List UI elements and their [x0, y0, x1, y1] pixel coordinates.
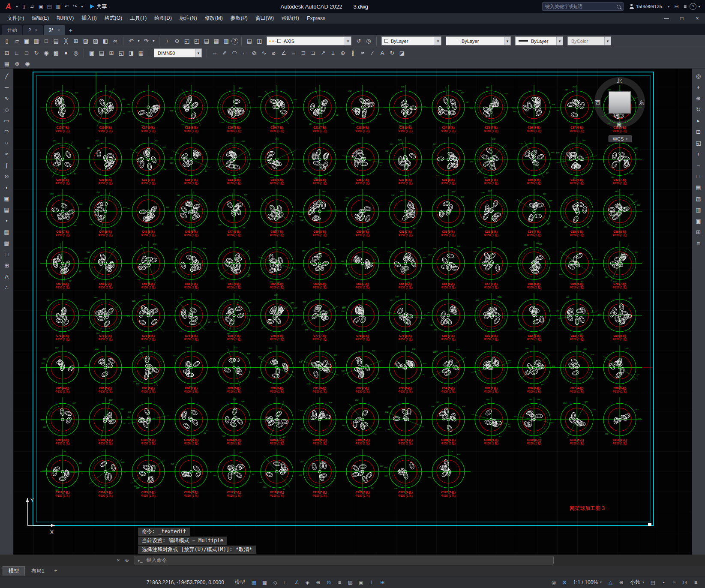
object-snap-button[interactable]: ⊙: [324, 578, 334, 587]
file-tab[interactable]: 2×: [23, 25, 43, 35]
lineweight-dropdown[interactable]: ByLayer ▾: [515, 36, 563, 45]
save-as-icon[interactable]: ▤: [45, 3, 54, 11]
create-block-icon[interactable]: ▤: [97, 48, 106, 58]
spline-tool-icon[interactable]: ∫: [2, 160, 12, 170]
ortho-mode-button[interactable]: ∟: [281, 578, 291, 587]
properties-palette-icon[interactable]: ▤: [202, 36, 211, 46]
menu-item[interactable]: 参数(P): [227, 13, 252, 24]
designcenter-icon[interactable]: ▦: [212, 36, 221, 46]
zoom-previous-icon[interactable]: ◰: [192, 36, 201, 46]
isometric-drafting-button[interactable]: ◈: [303, 578, 312, 587]
linear-dimension-icon[interactable]: ↔: [210, 48, 219, 58]
command-input[interactable]: [147, 557, 549, 563]
close-button[interactable]: ×: [690, 13, 705, 24]
menu-item[interactable]: 修改(M): [201, 13, 227, 24]
count-palette-icon[interactable]: ⊞: [693, 227, 704, 237]
dimension-text-edit-icon[interactable]: A: [378, 48, 387, 58]
selection-cycling-button[interactable]: ▣: [356, 578, 366, 587]
menu-item[interactable]: 绘图(D): [150, 13, 176, 24]
orbit-tool-icon[interactable]: ↻: [693, 105, 704, 114]
angular-dimension-icon[interactable]: ∠: [279, 48, 288, 58]
publish-icon[interactable]: ▤: [51, 36, 61, 46]
transparency-button[interactable]: ▨: [345, 578, 355, 587]
dimension-edit-icon[interactable]: ∕: [368, 48, 377, 58]
file-tab[interactable]: 开始: [2, 25, 22, 35]
frame-toggle-icon[interactable]: ▦: [136, 48, 146, 58]
store-cart-icon[interactable]: ⊟: [672, 3, 681, 11]
customization-menu-button[interactable]: ≡: [691, 578, 701, 587]
hardware-acceleration-button[interactable]: ⊛: [560, 578, 570, 587]
undo-list-arrow-icon[interactable]: ▾: [136, 36, 141, 46]
command-customize-icon[interactable]: ⊛: [123, 556, 131, 564]
hatch-tool-icon[interactable]: ▦: [2, 227, 12, 237]
compass-east-label[interactable]: 东: [639, 99, 644, 106]
close-tab-icon[interactable]: ×: [57, 28, 60, 33]
jogged-dimension-icon[interactable]: ∿: [259, 48, 269, 58]
block-editor-icon[interactable]: ◧: [101, 36, 110, 46]
autoscale-button[interactable]: ⊕: [616, 578, 626, 587]
dimstyle-dropdown[interactable]: DIMN50 ▾: [154, 48, 202, 57]
copy-clip-icon[interactable]: ⊞: [71, 36, 81, 46]
infer-constraints-button[interactable]: ◇: [270, 578, 280, 587]
share-button[interactable]: 共享: [90, 3, 107, 10]
pan-realtime-icon[interactable]: +: [162, 36, 172, 46]
layer-states-icon[interactable]: ◫: [255, 36, 264, 46]
arc-length-dimension-icon[interactable]: ◠: [230, 48, 239, 58]
compass-north-label[interactable]: 北: [617, 78, 622, 85]
revision-cloud-tool-icon[interactable]: ≈: [2, 149, 12, 159]
insert-block-icon[interactable]: ▣: [87, 48, 96, 58]
menu-item[interactable]: 帮助(H): [278, 13, 303, 24]
compass-west-label[interactable]: 西: [595, 99, 600, 106]
named-views-icon[interactable]: □: [22, 48, 31, 58]
menu-item[interactable]: 插入(I): [78, 13, 100, 24]
multileader-icon[interactable]: ↗: [318, 48, 328, 58]
minimize-button[interactable]: —: [659, 13, 674, 24]
plotstyle-dropdown[interactable]: ByColor ▾: [567, 36, 611, 45]
drawing-canvas[interactable]: 网架球加工图 3YX23°23°316°C15 (7 孔)Φ150 (1 孔)2…: [13, 69, 692, 555]
file-tab[interactable]: 3*×: [44, 25, 65, 35]
clip-xref-icon[interactable]: ◱: [117, 48, 126, 58]
layer-dropdown[interactable]: ●●▪ AXIS ▾: [267, 36, 351, 45]
object-snap-tracking-button[interactable]: ⊕: [313, 578, 323, 587]
quick-dimension-icon[interactable]: ≡: [289, 48, 298, 58]
undo-icon[interactable]: ↶: [63, 3, 71, 11]
circle-tool-icon[interactable]: ○: [2, 138, 12, 148]
open-file-icon[interactable]: ▱: [12, 36, 21, 46]
lights-icon[interactable]: ●: [61, 48, 71, 58]
render-icon[interactable]: ◉: [42, 48, 51, 58]
osnap-settings-icon[interactable]: ⊡: [2, 48, 12, 58]
menu-item[interactable]: Express: [303, 13, 329, 24]
clean-screen-button[interactable]: ⊡: [680, 578, 690, 587]
save-file-icon[interactable]: ▣: [22, 36, 31, 46]
polar-tracking-button[interactable]: ∠: [292, 578, 302, 587]
graphics-performance-button[interactable]: ≈: [669, 578, 679, 587]
arc-tool-icon[interactable]: ◠: [2, 127, 12, 137]
close-tab-icon[interactable]: ×: [35, 28, 38, 33]
menu-item[interactable]: 视图(V): [53, 13, 78, 24]
layout-tab[interactable]: 布局1: [26, 567, 50, 576]
model-space-button[interactable]: 模型: [232, 579, 248, 586]
new-layout-button[interactable]: +: [51, 567, 61, 575]
autocad-logo[interactable]: A: [3, 2, 13, 11]
help-icon[interactable]: ?: [690, 3, 696, 10]
search-input[interactable]: [545, 4, 614, 9]
camera-icon[interactable]: ◎: [71, 48, 81, 58]
zoom-window-icon[interactable]: ◱: [182, 36, 192, 46]
properties-panel-icon[interactable]: ▥: [693, 205, 704, 215]
diameter-dimension-icon[interactable]: ⌀: [269, 48, 279, 58]
table-tool-icon[interactable]: ⊞: [2, 261, 12, 270]
apps-menu-icon[interactable]: ≡: [681, 3, 689, 11]
polygon-tool-icon[interactable]: ◇: [2, 105, 12, 114]
point-style-tool-icon[interactable]: ∴: [2, 283, 12, 293]
linetype-dropdown[interactable]: ByLayer ▾: [446, 36, 511, 45]
line-tool-icon[interactable]: ╱: [2, 71, 12, 81]
navigation-wheel-icon[interactable]: ◎: [693, 71, 704, 81]
restore-button[interactable]: □: [674, 13, 690, 24]
hyperlink-icon[interactable]: ∞: [111, 36, 120, 46]
compass-south-label[interactable]: 南: [617, 121, 622, 128]
continue-dimension-icon[interactable]: ⊐: [309, 48, 318, 58]
materials-icon[interactable]: ▩: [51, 48, 61, 58]
annotation-scale-button[interactable]: 1:1 / 100%▾: [570, 579, 605, 585]
user-account-button[interactable]: 1505999135... ▾: [629, 4, 669, 9]
snap-mode-button[interactable]: ▩: [260, 578, 270, 587]
